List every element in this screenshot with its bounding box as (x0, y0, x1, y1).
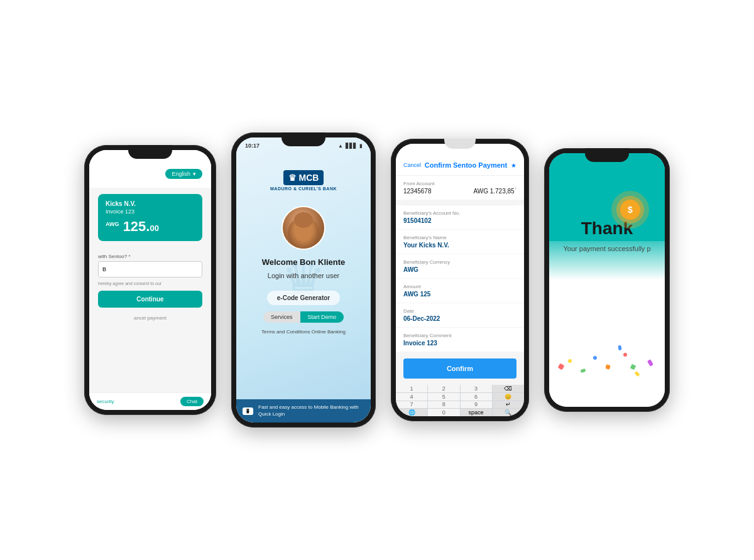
cancel-button[interactable]: Cancel (403, 162, 421, 168)
mcb-logo: ♛ MCB (283, 170, 324, 185)
phone1-bottom-bar: security Chat (89, 392, 211, 410)
beneficiary-name-value: Your Kicks N.V. (403, 242, 516, 249)
page-title: Confirm Sentoo Payment (425, 161, 507, 169)
payment-success-text: Your payment successfully p (551, 245, 664, 252)
thank-you-content: $ Thank Your payment successfully p (549, 153, 665, 407)
from-account-number: 12345678 (403, 188, 432, 195)
amount-cents: 00 (150, 223, 158, 233)
confetti-1 (558, 363, 565, 370)
currency-label: Beneficiary Currency (403, 259, 516, 265)
key-return[interactable]: ↵ (493, 401, 524, 409)
cancel-payment: ancel payment (89, 315, 211, 321)
key-4[interactable]: 4 (396, 393, 427, 401)
invoice-label: Invoice 123 (106, 208, 195, 215)
key-3[interactable]: 3 (461, 385, 492, 392)
security-link[interactable]: security (97, 399, 114, 404)
quick-login-banner: 📱 Fast and easy access to Mobile Banking… (236, 399, 371, 423)
start-demo-button[interactable]: Start Demo (300, 311, 344, 323)
date-label: Date (403, 308, 516, 314)
payment-form: with Sentoo? * B (89, 247, 211, 277)
lion-icon: ♛ (288, 173, 297, 183)
beneficiary-name-label: Beneficiary's Name (403, 235, 516, 240)
time-display: 10:17 (245, 143, 260, 149)
confetti-6 (647, 359, 653, 367)
date-row: Date 06-Dec-2022 (396, 303, 524, 327)
confetti-5 (605, 364, 611, 370)
phone2-screen: ♛ 10:17 ▲ ▋▋▋ ▮ ♛ MCB MADURO (236, 137, 371, 423)
phone3-notch (444, 139, 476, 149)
battery-icon: ▮ (359, 143, 362, 149)
banner-text: Fast and easy access to Mobile Banking w… (258, 404, 364, 417)
services-button[interactable]: Services (263, 311, 300, 323)
cancel-text: ancel payment (134, 315, 167, 321)
amount-display: AWG 125.00 (106, 218, 195, 235)
phone1-frame: English ▾ Kicks N.V. Invoice 123 AWG 125… (84, 145, 216, 415)
terms-link[interactable]: Terms and Conditions Online Banking (261, 329, 346, 335)
amount-row: Amount AWG 125 (396, 279, 524, 303)
confirm-button[interactable]: Confirm (403, 358, 516, 379)
key-5[interactable]: 5 (428, 393, 459, 401)
key-9[interactable]: 9 (461, 401, 492, 409)
payment-label: Your payment successfully p (564, 245, 651, 252)
phone1-wrapper: English ▾ Kicks N.V. Invoice 123 AWG 125… (84, 145, 216, 415)
key-del[interactable]: ⌫ (493, 385, 524, 392)
key-space[interactable]: space (461, 409, 492, 416)
input-value: B (102, 266, 106, 272)
key-8[interactable]: 8 (428, 401, 459, 409)
banner-phone-icon: 📱 (243, 407, 253, 415)
amount-value: AWG 125 (403, 291, 516, 298)
mcb-text: MCB (299, 173, 319, 183)
consent-label: hereby agree and consent to our (98, 281, 161, 286)
welcome-message: Welcome Bon Kliente (262, 257, 346, 267)
phone1-screen: English ▾ Kicks N.V. Invoice 123 AWG 125… (89, 150, 211, 410)
phone4-notch (585, 148, 629, 162)
key-face[interactable]: 😊 (493, 393, 524, 401)
phone4-screen: $ Thank Your payment successfully p (549, 153, 665, 407)
beneficiary-account-label: Beneficiary's Account No. (403, 210, 516, 216)
merchant-name: Kicks N.V. (106, 200, 195, 207)
action-buttons: Services Start Demo (263, 311, 344, 323)
confetti-7 (634, 371, 640, 377)
coin-illustration: $ (608, 188, 652, 232)
phone3-wrapper: Cancel Confirm Sentoo Payment ★ From Acc… (391, 139, 529, 421)
key-globe[interactable]: 🌐 (396, 409, 427, 416)
confetti-4 (593, 356, 597, 360)
key-6[interactable]: 6 (461, 393, 492, 401)
key-7[interactable]: 7 (396, 401, 427, 409)
key-search[interactable]: 🔍 (493, 409, 524, 416)
comment-row: Beneficiary Comment Invoice 123 (396, 328, 524, 352)
amount-value: 125. (123, 218, 150, 234)
merchant-info-box: Kicks N.V. Invoice 123 AWG 125.00 (98, 194, 202, 241)
from-account-label: From Account (403, 181, 515, 186)
chevron-right-icon: › (515, 185, 516, 191)
phone4-frame: $ Thank Your payment successfully p (544, 148, 670, 412)
account-input[interactable]: B (98, 261, 202, 277)
key-0[interactable]: 0 (428, 409, 459, 416)
beneficiary-account-row: Beneficiary's Account No. 91504102 (396, 205, 524, 229)
chat-button[interactable]: Chat (180, 397, 204, 406)
login-another-user[interactable]: Login with another user (268, 272, 339, 279)
confetti-9 (618, 345, 621, 351)
signal-icon: ▋▋▋ (346, 143, 357, 149)
language-button[interactable]: English ▾ (165, 169, 202, 179)
key-2[interactable]: 2 (428, 385, 459, 392)
phone1-notch (128, 145, 172, 159)
bank-subtitle: MADURO & CURIEL'S BANK (270, 186, 337, 191)
status-icons: ▲ ▋▋▋ ▮ (338, 143, 362, 149)
favorite-icon[interactable]: ★ (511, 162, 516, 169)
from-account-row[interactable]: From Account 12345678 AWG 1.723,85 › (396, 176, 524, 200)
key-1[interactable]: 1 (396, 385, 427, 392)
beneficiary-name-row: Beneficiary's Name Your Kicks N.V. (396, 230, 524, 254)
phone2-notch (281, 132, 325, 146)
continue-button[interactable]: Continue (98, 291, 202, 308)
comment-label: Beneficiary Comment (403, 333, 516, 338)
form-label: with Sentoo? * (98, 254, 202, 259)
phone3-frame: Cancel Confirm Sentoo Payment ★ From Acc… (391, 139, 529, 421)
confetti-area (549, 319, 665, 382)
mcb-logo-area: ♛ MCB MADURO & CURIEL'S BANK (270, 170, 337, 191)
confetti-3 (580, 369, 586, 373)
phone3-screen: Cancel Confirm Sentoo Payment ★ From Acc… (396, 144, 524, 416)
ecode-generator[interactable]: e-Code Generator (267, 291, 340, 305)
phone4-wrapper: $ Thank Your payment successfully p (544, 148, 670, 412)
confetti-10 (630, 364, 636, 370)
